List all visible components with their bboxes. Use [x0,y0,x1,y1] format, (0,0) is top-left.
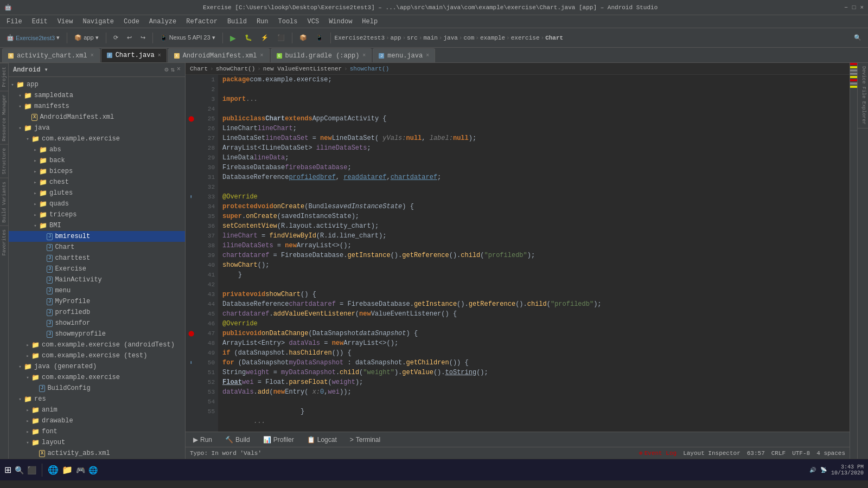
stop-button[interactable]: ⬛ [274,31,288,45]
tree-item-back[interactable]: ▸📁back [9,155,185,166]
tree-item-drawable[interactable]: ▸📁drawable [9,415,185,426]
tree-item-showinfor[interactable]: Jshowinfor [9,318,185,329]
menu-item-code[interactable]: Code [119,17,144,27]
tree-item-abs[interactable]: ▸📁abs [9,144,185,155]
tab-build-gradle---app-[interactable]: G build.gradle (:app) × [271,48,372,62]
minimize-button[interactable]: − [844,4,848,11]
structure-label[interactable]: Structure [0,144,8,178]
tree-item-Chart[interactable]: JChart [9,242,185,253]
tree-item-layout[interactable]: ▾📁layout [9,437,185,448]
bc-showchart-method[interactable]: showchart() [350,66,390,72]
close-button[interactable]: × [860,4,864,11]
code-line-54[interactable] [222,397,845,407]
tree-item-charttest[interactable]: Jcharttest [9,253,185,264]
project-sort-icon[interactable]: ⇅ [171,66,175,74]
tree-item-BuildConfig[interactable]: JBuildConfig [9,383,185,394]
menu-item-vcs[interactable]: VCS [303,17,324,27]
menu-item-view[interactable]: View [53,17,78,27]
code-line-2[interactable] [222,85,845,94]
debug-button[interactable]: 🐛 [241,31,256,45]
emulator-selector[interactable]: 📱 Nexus 5 API 23 ▾ [157,31,219,45]
code-line-36[interactable]: setContentView(R.layout.activity_chart); [222,221,845,231]
menu-item-file[interactable]: File [2,17,27,27]
menu-item-tools[interactable]: Tools [274,17,302,27]
search-button[interactable]: 🔍 [851,31,865,45]
bottom-tab-build[interactable]: 🔨 Build [220,433,256,446]
tree-item-triceps[interactable]: ▸📁triceps [9,209,185,220]
tree-item-font[interactable]: ▸📁font [9,426,185,437]
tree-item-AndroidManifest-xml[interactable]: XAndroidManifest.xml [9,112,185,123]
start-button[interactable]: ⊞ [4,465,11,475]
tab-activity-chart-xml[interactable]: X activity_chart.xml × [2,48,100,62]
profile-button[interactable]: ⚡ [258,31,272,45]
code-line-42[interactable] [222,280,845,290]
bottom-tab-terminal[interactable]: > Terminal [344,433,386,446]
code-line-35[interactable]: super.onCreate(savedInstanceState); [222,211,845,221]
tab-AndroidManifest-xml[interactable]: X AndroidManifest.xml × [168,48,270,62]
event-log[interactable]: ⊗ Event Log [639,450,676,457]
code-content[interactable]: package com.example.exercise;import ...p… [218,75,850,432]
code-line-3[interactable]: import ... [222,94,845,104]
code-line-48[interactable]: ArrayList<Entry> dataVals = new ArrayLis… [222,338,845,348]
code-line-41[interactable]: } [222,270,845,280]
bc-listener[interactable]: new ValueEventListener [263,66,342,72]
menu-item-window[interactable]: Window [324,17,356,27]
undo-button[interactable]: ↩ [124,31,135,45]
menu-item-help[interactable]: Help [358,17,382,27]
project-panel-label[interactable]: Project [0,63,8,91]
tab-close-activity_chart.xml[interactable]: × [91,53,94,59]
tab-close-AndroidManifest.xml[interactable]: × [260,53,264,59]
code-line-26[interactable]: LineChart lineChart; [222,124,845,133]
code-line-43[interactable]: private void showChart() { [222,290,845,299]
menu-item-refactor[interactable]: Refactor [182,17,222,27]
bottom-tab-logcat[interactable]: 📋 Logcat [302,433,342,446]
code-line-39[interactable]: chartdataref = FirebaseDatabase.getInsta… [222,251,845,260]
tree-item-com-example-exercise--androidTest-[interactable]: ▸📁com.example.exercise (androidTest) [9,339,185,350]
menu-item-edit[interactable]: Edit [28,17,52,27]
code-line-34[interactable]: protected void onCreate(Bundle savedInst… [222,202,845,211]
tree-item-com-example-exercise[interactable]: ▾📁com.example.exercise [9,133,185,144]
gutter-icon-4[interactable]: ⬤ [186,114,196,124]
code-line-52[interactable]: Float wei = Float.parseFloat(weight); [222,377,845,387]
search-taskbar[interactable]: 🔍 [15,466,24,474]
tab-close-Chart.java[interactable]: × [158,53,161,59]
app-selector[interactable]: 📦 app ▾ [71,31,101,45]
maximize-button[interactable]: □ [852,4,856,11]
tree-item-MainActivity[interactable]: JMainActivity [9,274,185,285]
project-settings-icon[interactable]: ⚙ [164,66,168,74]
tree-item-app[interactable]: ▾📁app [9,79,185,90]
avd-manager-button[interactable]: 📱 [312,31,327,45]
tree-item-MyProfile[interactable]: JMyProfile [9,296,185,307]
menu-item-analyze[interactable]: Analyze [145,17,181,27]
explorer-icon[interactable]: 📁 [62,465,73,475]
bc-showchart[interactable]: showChart() [216,66,256,72]
code-line-1[interactable]: package com.example.exercise; [222,75,845,85]
tree-item-manifests[interactable]: ▾📁manifests [9,101,185,112]
tree-item-res[interactable]: ▾📁res [9,394,185,404]
tree-item-quads[interactable]: ▸📁quads [9,198,185,209]
layout-inspector[interactable]: Layout Inspector [683,450,741,457]
code-line-25[interactable]: public class Chart extends AppCompatActi… [222,114,845,124]
favorites-label[interactable]: Favorites [0,226,8,259]
code-line-46[interactable]: @Override [222,319,845,329]
code-line-37[interactable]: lineChart = findViewById(R.id.line_chart… [222,231,845,241]
tree-item-profiledb[interactable]: Jprofiledb [9,307,185,318]
tab-Chart-java[interactable]: J Chart.java × [101,48,167,62]
chrome-icon[interactable]: 🌐 [88,466,98,474]
edge-icon[interactable]: 🌐 [48,465,59,475]
code-line-53[interactable]: dataVals.add(new Entry( x: 0,wei)); [222,387,845,397]
run-button[interactable]: ▶ [227,31,239,45]
tree-item-com-example-exercise[interactable]: ▾📁com.example.exercise [9,372,185,383]
menu-item-run[interactable]: Run [252,17,273,27]
code-line-44[interactable]: DatabaseReference chartdataref = Firebas… [222,299,845,309]
steam-icon[interactable]: 🎮 [76,466,85,474]
code-line-31[interactable]: DatabaseReference profiledbref, readdata… [222,172,845,182]
menu-item-build[interactable]: Build [223,17,251,27]
bottom-tab-run[interactable]: ▶ Run [188,433,218,446]
tree-item-bmiresult[interactable]: Jbmiresult [9,231,185,242]
code-line-49[interactable]: if (dataSnapshot.hasChildren()) { [222,348,845,358]
code-line-51[interactable]: String weight = myDataSnapshot.child("we… [222,368,845,377]
code-line-32[interactable] [222,182,845,192]
tree-item-BMI[interactable]: ▾📁BMI [9,220,185,231]
project-selector[interactable]: 🤖 Exercise2test3 ▾ [3,31,63,45]
